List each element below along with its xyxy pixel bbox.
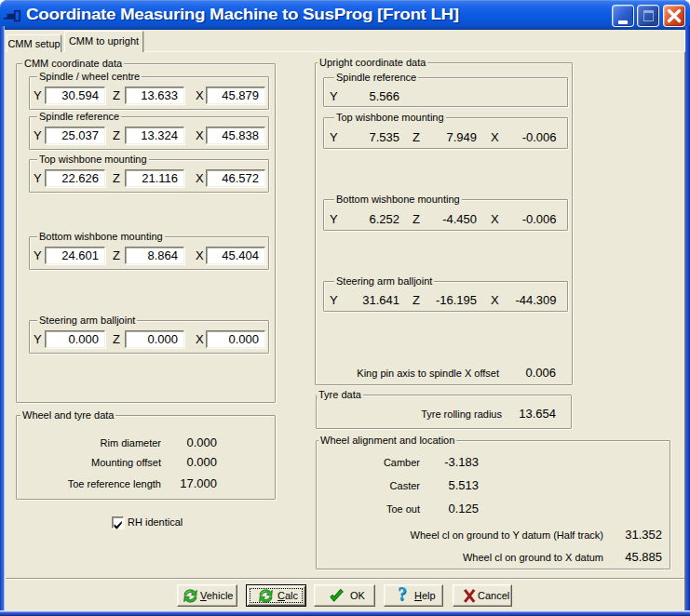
group-label: Spindle / wheel centre — [37, 72, 142, 82]
x-axis-label: X — [196, 333, 204, 346]
cancel-button[interactable]: Cancel — [453, 584, 512, 607]
upright-steering-arm-z: -16.195 — [421, 294, 477, 307]
dialog-window: Coordinate Measuring Machine to SusProg … — [0, 0, 690, 616]
z-axis-label: Z — [113, 172, 120, 185]
group-wheel-and-tyre-data: Wheel and tyre data Rim diameter 0.000 M… — [16, 415, 276, 500]
y-axis-label: Y — [330, 213, 338, 226]
toe-reference-length-label: Toe reference length — [17, 478, 161, 490]
calc-label-rest: alc — [285, 590, 298, 601]
bottom-wishbone-z-input[interactable] — [125, 247, 184, 264]
king-pin-offset-label: King pin axis to spindle X offset — [316, 368, 499, 380]
z-axis-label: Z — [413, 213, 420, 226]
x-axis-label: X — [196, 249, 204, 262]
group-upright-coordinate-data: Upright coordinate data Spindle referenc… — [315, 62, 573, 385]
rh-identical-checkbox[interactable] — [112, 516, 124, 529]
y-axis-label: Y — [34, 333, 42, 346]
spindle-reference-z-input[interactable] — [125, 127, 184, 144]
help-underline-key: H — [414, 590, 422, 601]
calc-button[interactable]: Calc — [246, 584, 306, 607]
top-wishbone-z-input[interactable] — [125, 169, 184, 187]
help-button-label: Help — [414, 590, 436, 602]
window-title: Coordinate Measuring Machine to SusProg … — [26, 7, 459, 23]
caster-value: 5.513 — [423, 479, 479, 492]
group-upright-bottom-wishbone: Bottom wishbone mounting Y 6.252 Z -4.45… — [323, 199, 568, 231]
minimize-button[interactable] — [612, 5, 634, 27]
upright-bottom-wishbone-z: -4.450 — [421, 213, 477, 226]
rim-diameter-label: Rim diameter — [17, 437, 161, 449]
tab-cmm-setup[interactable]: CMM setup — [7, 34, 61, 52]
calc-button-label: Calc — [277, 590, 298, 602]
group-label: Spindle reference — [334, 73, 418, 83]
king-pin-offset-value: 0.006 — [500, 367, 556, 380]
group-wheel-alignment: Wheel alignment and location Camber -3.1… — [316, 440, 670, 569]
steering-arm-z-input[interactable] — [125, 330, 184, 348]
x-icon — [462, 588, 478, 604]
spindle-wheel-centre-z-input[interactable] — [125, 87, 184, 104]
group-label: Bottom wishbone mounting — [37, 232, 165, 242]
separator-line — [6, 578, 684, 580]
z-axis-label: Z — [413, 294, 420, 307]
camber-value: -3.183 — [423, 456, 479, 469]
upright-steering-arm-y: 31.641 — [344, 294, 399, 307]
group-label: Top wishbone mounting — [334, 113, 446, 123]
spindle-reference-y-input[interactable] — [45, 127, 105, 144]
maximize-button[interactable] — [637, 5, 659, 27]
y-axis-label: Y — [34, 249, 42, 262]
refresh-icon — [258, 588, 274, 604]
group-tyre-data: Tyre data Tyre rolling radius 13.654 — [316, 395, 572, 429]
top-wishbone-y-input[interactable] — [45, 169, 105, 187]
upright-steering-arm-x: -44.309 — [501, 294, 557, 307]
group-steering-arm-balljoint: Steering arm balljoint Y Z X — [29, 320, 269, 354]
wheel-cl-x-datum-value: 45.885 — [606, 551, 662, 564]
question-icon: ? — [398, 583, 407, 605]
tyre-rolling-radius-value: 13.654 — [500, 408, 556, 421]
steering-arm-y-input[interactable] — [45, 330, 105, 348]
bottom-wishbone-y-input[interactable] — [45, 247, 105, 264]
rh-identical-label[interactable]: RH identical — [128, 516, 183, 529]
window-border-right — [685, 26, 690, 610]
y-axis-label: Y — [34, 172, 42, 185]
upright-top-wishbone-y: 7.535 — [344, 131, 399, 144]
top-wishbone-x-input[interactable] — [206, 169, 265, 187]
wheel-cl-y-datum-label: Wheel cl on ground to Y datum (Half trac… — [317, 529, 603, 542]
group-upright-top-wishbone: Top wishbone mounting Y 7.535 Z 7.949 X … — [323, 117, 568, 149]
caster-label: Caster — [317, 480, 420, 492]
camber-label: Camber — [317, 457, 420, 469]
ok-button[interactable]: OK — [314, 584, 375, 607]
tab-cmm-to-upright[interactable]: CMM to upright — [64, 31, 143, 52]
group-label: Spindle reference — [37, 112, 121, 122]
wheel-cl-y-datum-value: 31.352 — [606, 529, 662, 542]
minimize-icon — [618, 20, 628, 24]
group-label: Steering arm balljoint — [37, 315, 137, 326]
bottom-wishbone-x-input[interactable] — [206, 247, 265, 264]
x-axis-label: X — [196, 172, 204, 185]
spindle-reference-x-input[interactable] — [206, 127, 265, 144]
group-label: Wheel alignment and location — [318, 435, 456, 446]
help-button[interactable]: ? Help — [384, 584, 443, 607]
y-axis-label: Y — [34, 89, 42, 102]
group-cmm-coordinate-data: CMM coordinate data Spindle / wheel cent… — [16, 63, 276, 403]
upright-bottom-wishbone-y: 6.252 — [344, 213, 399, 226]
vehicle-button[interactable]: Vehicle — [177, 584, 237, 607]
spindle-wheel-centre-x-input[interactable] — [206, 87, 265, 104]
group-label: CMM coordinate data — [22, 59, 124, 69]
maximize-icon — [643, 10, 655, 21]
steering-arm-x-input[interactable] — [206, 330, 265, 348]
group-top-wishbone-mounting: Top wishbone mounting Y Z X — [29, 159, 269, 193]
help-label-rest: elp — [422, 590, 436, 601]
wheel-cl-x-datum-label: Wheel cl on ground to X datum — [317, 552, 603, 564]
mounting-offset-label: Mounting offset — [17, 457, 161, 469]
rim-diameter-value: 0.000 — [161, 436, 217, 449]
y-axis-label: Y — [330, 294, 338, 307]
ok-button-label: OK — [350, 590, 365, 602]
group-bottom-wishbone-mounting: Bottom wishbone mounting Y Z X — [29, 236, 269, 270]
close-button[interactable] — [663, 5, 685, 27]
z-axis-label: Z — [113, 129, 120, 142]
mounting-offset-value: 0.000 — [161, 456, 217, 469]
close-icon — [664, 6, 684, 26]
spindle-wheel-centre-y-input[interactable] — [45, 87, 105, 104]
calc-underline-key: C — [277, 590, 285, 601]
vehicle-underline-key: V — [200, 590, 207, 601]
group-label: Wheel and tyre data — [20, 410, 115, 421]
group-spindle-reference: Spindle reference Y Z X — [29, 116, 269, 150]
